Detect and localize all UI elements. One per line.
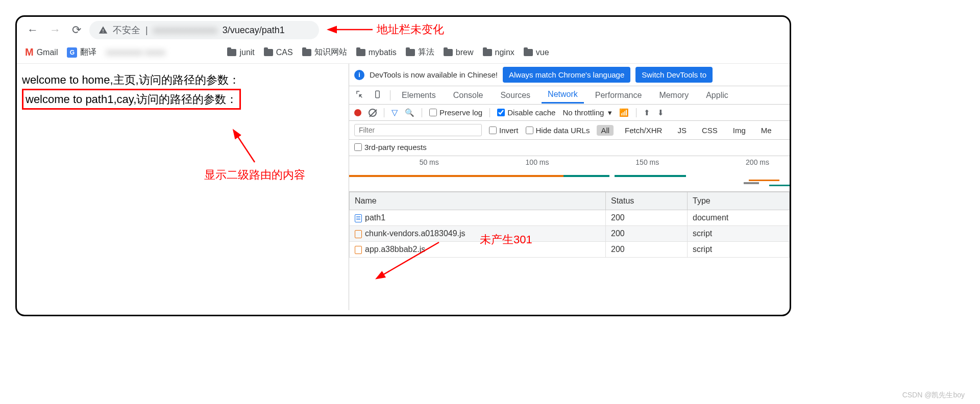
search-icon[interactable]: 🔍 [405, 108, 414, 117]
third-party-checkbox[interactable]: 3rd-party requests [354, 143, 427, 152]
info-icon: i [354, 70, 364, 80]
filter-fetch[interactable]: Fetch/XHR [621, 125, 666, 136]
time-mark: 200 ms [679, 158, 790, 166]
tab-network[interactable]: Network [542, 87, 584, 104]
download-icon[interactable]: ⬇ [657, 108, 664, 117]
time-mark: 100 ms [459, 158, 570, 166]
network-timeline[interactable]: 50 ms 100 ms 150 ms 200 ms [349, 156, 790, 192]
folder-icon [227, 49, 236, 56]
bookmark-label: 知识网站 [314, 47, 347, 58]
match-language-button[interactable]: Always match Chrome's language [503, 67, 630, 83]
device-icon[interactable] [372, 88, 385, 103]
bookmark-label: CAS [276, 48, 293, 57]
tab-memory[interactable]: Memory [653, 88, 695, 103]
bookmark-mybatis[interactable]: mybatis [356, 48, 397, 57]
throttling-select[interactable]: No throttling ▾ [562, 108, 612, 117]
forward-button[interactable]: → [50, 23, 61, 37]
tab-performance[interactable]: Performance [589, 88, 648, 103]
bookmark-gmail[interactable]: MGmail [25, 46, 58, 58]
bookmark-label: vue [536, 48, 549, 57]
folder-icon [483, 49, 492, 56]
bookmark-cas[interactable]: CAS [264, 48, 293, 57]
page-content: welcome to home,主页,访问的路径的参数： welcome to … [17, 64, 349, 310]
bookmark-knowledge[interactable]: 知识网站 [302, 47, 347, 58]
watermark: CSDN @凯先生boy [902, 391, 965, 400]
switch-devtools-button[interactable]: Switch DevTools to [635, 67, 713, 83]
table-row[interactable]: path1200document [350, 210, 790, 226]
bookmark-brew[interactable]: brew [444, 48, 474, 57]
filter-bar: Invert Hide data URLs All Fetch/XHR JS C… [349, 121, 790, 140]
timeline-bar [749, 180, 779, 181]
address-bar: ← → ⟳ 不安全 | xxxxxxxxxxxxxx 3/vuecay/path… [17, 17, 790, 43]
network-table: Name Status Type path1200document chunk-… [349, 192, 790, 258]
bookmark-translate[interactable]: G翻译 [67, 47, 96, 58]
disable-cache-checkbox[interactable]: Disable cache [497, 108, 555, 117]
bookmark-label: 翻译 [80, 47, 96, 58]
reload-button[interactable]: ⟳ [72, 23, 81, 37]
bookmark-label: 算法 [418, 47, 434, 58]
timeline-bar [769, 185, 790, 186]
filter-input[interactable] [354, 124, 482, 136]
folder-icon [264, 49, 273, 56]
bookmark-junit[interactable]: junit [227, 48, 254, 57]
svg-rect-0 [376, 91, 380, 98]
tab-console[interactable]: Console [447, 88, 489, 103]
document-icon [355, 214, 362, 222]
filter-icon[interactable]: ▽ [391, 108, 398, 117]
timeline-bar [564, 175, 609, 177]
upload-icon[interactable]: ⬆ [644, 108, 650, 117]
translate-icon: G [67, 47, 77, 58]
folder-icon [356, 49, 365, 56]
table-row[interactable]: app.a38bbab2.js200script [350, 242, 790, 258]
tab-elements[interactable]: Elements [396, 88, 442, 103]
devtools-tabs: Elements Console Sources Network Perform… [349, 86, 790, 105]
network-toolbar: ▽ 🔍 Preserve log Disable cache No thrott… [349, 105, 790, 121]
bookmark-label: brew [456, 48, 474, 57]
bookmarks-bar: MGmail G翻译 xxxxxxxxx xxxxx junit CAS 知识网… [17, 43, 790, 63]
hide-data-urls-checkbox[interactable]: Hide data URLs [526, 126, 590, 135]
tab-application[interactable]: Applic [700, 88, 734, 103]
folder-icon [302, 49, 311, 56]
blurred-host: xxxxxxxxxxxxxx [153, 25, 217, 36]
wifi-icon[interactable]: 📶 [619, 108, 629, 117]
bookmark-label: mybatis [369, 48, 397, 57]
filter-css[interactable]: CSS [698, 125, 722, 136]
invert-checkbox[interactable]: Invert [489, 126, 519, 135]
time-mark: 150 ms [570, 158, 680, 166]
folder-icon [524, 49, 533, 56]
url-box[interactable]: 不安全 | xxxxxxxxxxxxxx 3/vuecay/path1 [89, 21, 319, 39]
folder-icon [406, 49, 415, 56]
devtools-infobar: i DevTools is now available in Chinese! … [349, 64, 790, 86]
third-party-row: 3rd-party requests [349, 140, 790, 156]
record-button[interactable] [354, 109, 361, 116]
security-label: 不安全 [113, 24, 140, 36]
filter-media[interactable]: Me [757, 125, 776, 136]
bookmark-vue[interactable]: vue [524, 48, 549, 57]
bookmark-algorithm[interactable]: 算法 [406, 47, 434, 58]
inspect-icon[interactable] [353, 88, 366, 103]
bookmark-nginx[interactable]: nginx [483, 48, 514, 57]
col-name[interactable]: Name [350, 192, 606, 210]
table-row[interactable]: chunk-vendors.a0183049.js200script [350, 226, 790, 242]
preserve-log-checkbox[interactable]: Preserve log [429, 108, 482, 117]
bookmark-label: Gmail [37, 48, 58, 57]
browser-window: ← → ⟳ 不安全 | xxxxxxxxxxxxxx 3/vuecay/path… [15, 15, 791, 316]
folder-icon [444, 49, 453, 56]
filter-js[interactable]: JS [673, 125, 691, 136]
devtools-panel: i DevTools is now available in Chinese! … [349, 64, 790, 310]
gmail-icon: M [25, 46, 34, 58]
filter-img[interactable]: Img [729, 125, 750, 136]
tab-sources[interactable]: Sources [494, 88, 536, 103]
timeline-bar [615, 175, 686, 177]
col-type[interactable]: Type [688, 192, 790, 210]
clear-button[interactable] [369, 109, 377, 117]
warning-icon [99, 26, 108, 35]
bookmark-blurred[interactable]: xxxxxxxxx xxxxx [106, 48, 218, 57]
bookmark-label: junit [239, 48, 254, 57]
filter-all[interactable]: All [597, 125, 614, 136]
col-status[interactable]: Status [606, 192, 688, 210]
back-button[interactable]: ← [27, 23, 38, 37]
page-line1: welcome to home,主页,访问的路径的参数： [22, 71, 344, 89]
divider: | [145, 25, 148, 36]
url-path: 3/vuecay/path1 [223, 25, 285, 36]
